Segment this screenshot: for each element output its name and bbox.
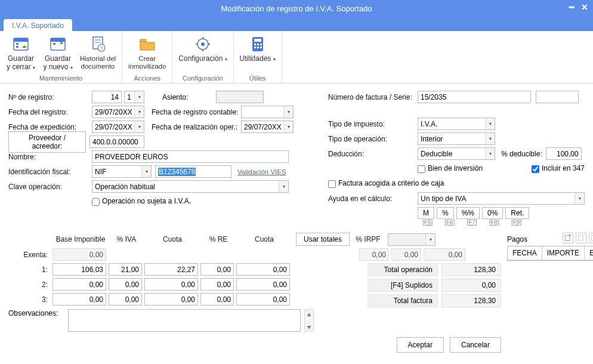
total-op-value: 128,30: [441, 263, 501, 276]
nombre-label: Nombre:: [8, 153, 92, 161]
save-close-button[interactable]: Guardar y cerrar ▾: [4, 33, 38, 73]
r2-cuota2[interactable]: [236, 278, 290, 291]
close-button[interactable]: ✕: [581, 2, 588, 12]
total-factura-value: 128,30: [441, 294, 501, 307]
op-no-iva-checkbox[interactable]: Operación no sujeta a I.V.A.: [92, 197, 191, 205]
reg-no-input[interactable]: [92, 91, 122, 103]
tab-strip: I.V.A. Soportado: [0, 17, 593, 31]
proveedor-button[interactable]: Proveedor / acreedor:: [8, 131, 86, 153]
fecha-exped-label: Fecha de expedición:: [8, 123, 92, 131]
row1-label: 1:: [8, 266, 50, 274]
usar-totales-button[interactable]: Usar totales: [296, 233, 350, 246]
r3-base[interactable]: [52, 293, 106, 306]
deduccion-select[interactable]: [418, 147, 495, 160]
calc-zero-button[interactable]: 0%: [482, 207, 503, 219]
doc-history-icon: [88, 35, 107, 54]
irpf-b: [391, 248, 421, 261]
r3-pct-iva[interactable]: [109, 293, 142, 306]
svg-rect-25: [260, 47, 262, 48]
vies-link[interactable]: Validación VIES: [237, 168, 286, 175]
chevron-down-icon[interactable]: ▾: [134, 106, 144, 118]
chevron-down-icon[interactable]: ▾: [141, 166, 151, 177]
r1-cuota[interactable]: [144, 263, 198, 276]
tipo-op-select[interactable]: [418, 132, 495, 145]
proveedor-input[interactable]: [89, 135, 144, 148]
utilities-button[interactable]: Utilidades ▾: [237, 33, 278, 73]
criterio-caja-checkbox[interactable]: Factura acogida a criterio de caja: [328, 179, 444, 187]
fecha-contable-label: Fecha de registro contable:: [152, 108, 241, 116]
clave-label: Clave operación:: [8, 183, 92, 191]
svg-rect-26: [566, 236, 570, 241]
incluir-347-checkbox[interactable]: Incluir en 347: [532, 164, 585, 172]
total-op-label: Total operación: [367, 263, 438, 276]
edit-pago-icon[interactable]: [576, 233, 586, 243]
tipo-op-label: Tipo de operación:: [328, 135, 418, 143]
clave-select[interactable]: [92, 180, 289, 193]
r1-cuota2[interactable]: [236, 263, 290, 276]
r2-pct-iva[interactable]: [109, 278, 142, 291]
r2-cuota[interactable]: [144, 278, 198, 291]
cancel-button[interactable]: Cancelar: [450, 337, 501, 353]
calc-m-button[interactable]: M: [418, 207, 434, 219]
ayuda-select[interactable]: [418, 192, 585, 205]
bien-inv-checkbox[interactable]: Bien de inversión: [418, 164, 483, 172]
calc-ret-button[interactable]: Ret.: [505, 207, 529, 219]
factura-input[interactable]: [418, 91, 531, 103]
title-bar: Modificación de registro de I.V.A. Sopor…: [0, 0, 593, 17]
calc-pctpct-button[interactable]: %%: [456, 207, 480, 219]
doc-history-button[interactable]: Historial del documento: [78, 33, 118, 73]
chevron-down-icon[interactable]: ▾: [283, 106, 293, 118]
r1-pct-re[interactable]: [200, 263, 234, 276]
r1-base[interactable]: [52, 263, 106, 276]
r3-cuota[interactable]: [144, 293, 198, 306]
obs-textarea[interactable]: [68, 309, 301, 332]
col-pct-iva: % IVA: [109, 233, 144, 246]
svg-rect-21: [257, 44, 259, 45]
r2-pct-re[interactable]: [200, 278, 234, 291]
serie-input[interactable]: [536, 91, 579, 103]
window-title: Modificación de registro de I.V.A. Sopor…: [221, 4, 372, 13]
col-pct-irpf: % IRPF: [353, 233, 383, 246]
pct-deducible-input[interactable]: [546, 147, 582, 160]
svg-rect-20: [254, 44, 256, 45]
key-f8: [F8]: [484, 219, 504, 226]
ident-val-input[interactable]: B12345678: [155, 165, 231, 178]
add-pago-icon[interactable]: [563, 233, 573, 243]
minimize-button[interactable]: ━: [569, 2, 574, 12]
chevron-down-icon[interactable]: ▾: [485, 133, 495, 144]
r3-pct-re[interactable]: [200, 293, 234, 306]
ayuda-label: Ayuda en el cálculo:: [328, 195, 418, 203]
tipo-imp-label: Tipo de impuesto:: [328, 120, 418, 128]
r2-base[interactable]: [52, 278, 106, 291]
chevron-down-icon[interactable]: ▾: [279, 181, 288, 192]
suplidos-label: [F4] Suplidos: [367, 279, 438, 292]
deduccion-label: Deducción:: [328, 150, 418, 158]
tab-iva-soportado[interactable]: I.V.A. Soportado: [4, 19, 72, 31]
obs-scrollbar[interactable]: ▴▾: [304, 309, 314, 332]
create-asset-button[interactable]: Crear inmovilizado: [126, 33, 168, 73]
accept-button[interactable]: Aceptar: [397, 337, 444, 353]
col-pct-re: % RE: [200, 233, 236, 246]
ident-label: Identificación fiscal:: [8, 168, 92, 176]
gear-icon: [193, 35, 212, 54]
key-f5: [F5]: [418, 219, 437, 226]
save-new-button[interactable]: Guardar y nuevo ▾: [41, 33, 75, 73]
calc-pct-button[interactable]: %: [437, 207, 454, 219]
delete-pago-icon[interactable]: [589, 233, 593, 243]
pagos-grid[interactable]: FECHA IMPORTE E: [507, 246, 593, 261]
chevron-down-icon[interactable]: ▾: [134, 91, 144, 103]
config-button[interactable]: Configuración ▾: [176, 33, 229, 73]
chevron-down-icon[interactable]: ▾: [283, 121, 293, 132]
svg-rect-11: [140, 39, 146, 42]
save-new-icon: [48, 35, 67, 54]
chevron-down-icon[interactable]: ▾: [134, 121, 144, 132]
svg-rect-19: [254, 39, 261, 42]
chevron-down-icon[interactable]: ▾: [485, 118, 495, 129]
chevron-down-icon[interactable]: ▾: [575, 193, 584, 204]
r1-pct-iva[interactable]: [109, 263, 142, 276]
chevron-down-icon[interactable]: ▾: [485, 148, 495, 159]
pagos-col-e: E: [585, 246, 593, 260]
r3-cuota2[interactable]: [236, 293, 290, 306]
tipo-imp-select[interactable]: [418, 118, 495, 130]
nombre-input[interactable]: [92, 150, 289, 163]
